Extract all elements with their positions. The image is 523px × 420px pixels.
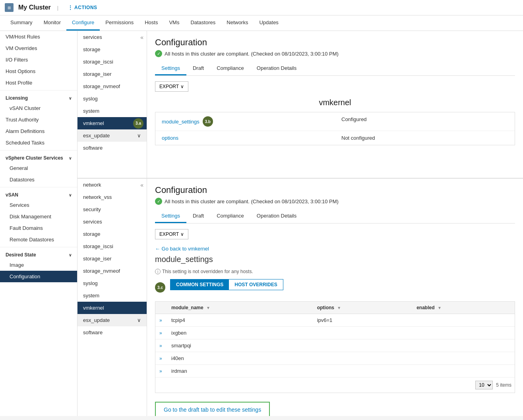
actions-button[interactable]: ACTIONS	[68, 5, 97, 10]
sidebar-item-datastores[interactable]: Datastores	[0, 174, 77, 185]
lower-config-title: Configuration	[155, 185, 515, 195]
cell-options: ipv6=1	[313, 314, 413, 327]
sidebar-item-io-filters[interactable]: I/O Filters	[0, 54, 77, 66]
tab-permissions[interactable]: Permissions	[100, 15, 139, 31]
expand-icon[interactable]: »	[159, 330, 162, 336]
nav-item-system-lower[interactable]: system	[77, 289, 147, 302]
tab-updates[interactable]: Updates	[254, 15, 284, 31]
tab-monitor[interactable]: Monitor	[38, 15, 66, 31]
sidebar-item-vsan-cluster[interactable]: vSAN Cluster	[0, 102, 77, 114]
sort-icon[interactable]: ▼	[206, 306, 210, 310]
module-settings-status: Configured	[335, 112, 515, 131]
settings-row-module: module_settings 3.b Configured	[155, 112, 515, 131]
sidebar-item-trust-authority[interactable]: Trust Authority	[0, 114, 77, 125]
nav-item-system-upper[interactable]: system	[77, 105, 147, 117]
nav-item-storage-iser-upper[interactable]: storage_iser	[77, 68, 147, 80]
sidebar-section-desired-state[interactable]: Desired State ∨	[0, 249, 77, 259]
chevron-down-icon: ∨	[137, 133, 141, 139]
nav-item-network-lower[interactable]: network	[77, 179, 147, 191]
expand-icon[interactable]: »	[159, 343, 162, 349]
sort-icon-options[interactable]: ▼	[337, 306, 341, 310]
sidebar-item-vm-overrides[interactable]: VM Overrides	[0, 42, 77, 54]
upper-compliant-badge: ✓ All hosts in this cluster are complian…	[155, 50, 515, 57]
module-settings-title: module_settings	[155, 255, 213, 264]
sub-tab-operation-details-lower[interactable]: Operation Details	[250, 210, 303, 223]
sub-tab-settings-upper[interactable]: Settings	[155, 62, 186, 75]
tab-networks[interactable]: Networks	[221, 15, 254, 31]
options-link[interactable]: options	[162, 135, 329, 141]
nav-item-storage-upper[interactable]: storage	[77, 43, 147, 56]
sidebar-item-general[interactable]: General	[0, 162, 77, 174]
expand-icon[interactable]: »	[159, 368, 162, 374]
sidebar-section-vsan[interactable]: vSAN ∨	[0, 189, 77, 199]
sidebar-section-licensing[interactable]: Licensing ∨	[0, 92, 77, 102]
chevron-down-icon: ∨	[180, 84, 184, 89]
nav-item-storage-iscsi-lower[interactable]: storage_iscsi	[77, 240, 147, 252]
draft-link-box[interactable]: Go to the draft tab to edit these settin…	[155, 402, 270, 416]
cell-options	[313, 339, 413, 352]
nav-item-esx-update-lower[interactable]: esx_update ∨	[77, 314, 147, 326]
sub-tab-operation-details-upper[interactable]: Operation Details	[250, 62, 303, 75]
expand-icon[interactable]: »	[159, 318, 162, 323]
badge-3c: 3.c	[155, 282, 165, 293]
module-data-table: module_name ▼ options ▼ enabled ▼ » tcpi…	[155, 302, 515, 378]
sub-tab-settings-lower[interactable]: Settings	[155, 210, 186, 223]
expand-icon[interactable]: »	[159, 356, 162, 361]
top-bar: ⊞ My Cluster | ACTIONS	[0, 0, 523, 15]
nav-item-storage-iscsi-upper[interactable]: storage_iscsi	[77, 56, 147, 68]
nav-item-storage-nvmeof-lower[interactable]: storage_nvmeof	[77, 265, 147, 277]
nav-item-services-upper[interactable]: services	[77, 31, 147, 43]
sidebar-item-scheduled-tasks[interactable]: Scheduled Tasks	[0, 137, 77, 148]
tab-hosts[interactable]: Hosts	[139, 15, 163, 31]
nav-item-esx-update-upper[interactable]: esx_update ∨	[77, 129, 147, 142]
sidebar-item-fault-domains[interactable]: Fault Domains	[0, 222, 77, 234]
nav-item-storage-lower[interactable]: storage	[77, 228, 147, 240]
sub-tab-compliance-upper[interactable]: Compliance	[210, 62, 250, 75]
nav-item-storage-nvmeof-upper[interactable]: storage_nvmeof	[77, 80, 147, 92]
sidebar-section-vsphere-cluster[interactable]: vSphere Cluster Services ∨	[0, 152, 77, 162]
tab-summary[interactable]: Summary	[5, 15, 38, 31]
sidebar-item-image[interactable]: Image	[0, 259, 77, 271]
nav-item-services-lower[interactable]: services	[77, 216, 147, 228]
sidebar-item-services[interactable]: Services	[0, 199, 77, 211]
nav-item-vmkernel-lower[interactable]: vmkernel	[77, 302, 147, 314]
nav-item-syslog-lower[interactable]: syslog	[77, 277, 147, 289]
nav-item-vmkernel-upper[interactable]: vmkernel 3.a	[77, 117, 147, 129]
chevron-down-icon: ∨	[69, 156, 72, 160]
nav-item-storage-iser-lower[interactable]: storage_iser	[77, 252, 147, 265]
sidebar-item-host-profile[interactable]: Host Profile	[0, 77, 77, 89]
lower-compliant-text: All hosts in this cluster are compliant.…	[165, 198, 339, 204]
compliant-icon: ✓	[155, 50, 162, 57]
toggle-common-settings[interactable]: COMMON SETTINGS	[170, 279, 229, 290]
col-options: options ▼	[313, 302, 413, 314]
sidebar-item-alarm-definitions[interactable]: Alarm Definitions	[0, 125, 77, 137]
nav-item-security-lower[interactable]: security	[77, 203, 147, 216]
per-page-select[interactable]: 10 25 50	[475, 381, 493, 389]
nav-item-software-upper[interactable]: software	[77, 142, 147, 154]
cell-enabled	[413, 339, 515, 352]
back-to-vmkernel-link[interactable]: ← Go back to vmkernel	[155, 246, 515, 252]
sidebar-item-configuration[interactable]: Configuration	[0, 271, 77, 282]
sub-tab-compliance-lower[interactable]: Compliance	[210, 210, 250, 223]
sub-tab-draft-lower[interactable]: Draft	[186, 210, 210, 223]
cluster-title: My Cluster	[18, 4, 51, 11]
toggle-host-overrides[interactable]: HOST OVERRIDES	[229, 279, 283, 290]
module-settings-link[interactable]: module_settings 3.b	[162, 116, 329, 127]
left-nav-upper: « services storage storage_iscsi storage…	[77, 31, 147, 178]
nav-item-software-lower[interactable]: software	[77, 326, 147, 339]
nav-item-syslog-upper[interactable]: syslog	[77, 92, 147, 105]
export-button-lower[interactable]: EXPORT ∨	[155, 229, 188, 239]
sub-tab-draft-upper[interactable]: Draft	[186, 62, 210, 75]
draft-link-text: Go to the draft tab to edit these settin…	[164, 407, 261, 413]
sidebar-item-vm-host-rules[interactable]: VM/Host Rules	[0, 31, 77, 42]
sidebar-item-remote-datastores[interactable]: Remote Datastores	[0, 234, 77, 245]
nav-item-network-vss-lower[interactable]: network_vss	[77, 191, 147, 203]
export-button-upper[interactable]: EXPORT ∨	[155, 81, 188, 92]
sort-icon-enabled[interactable]: ▼	[438, 306, 442, 310]
tab-configure[interactable]: Configure	[66, 15, 100, 31]
nav-tabs: Summary Monitor Configure Permissions Ho…	[0, 15, 523, 31]
sidebar-item-disk-management[interactable]: Disk Management	[0, 211, 77, 222]
sidebar-item-host-options[interactable]: Host Options	[0, 66, 77, 77]
tab-datastores[interactable]: Datastores	[185, 15, 221, 31]
tab-vms[interactable]: VMs	[163, 15, 185, 31]
